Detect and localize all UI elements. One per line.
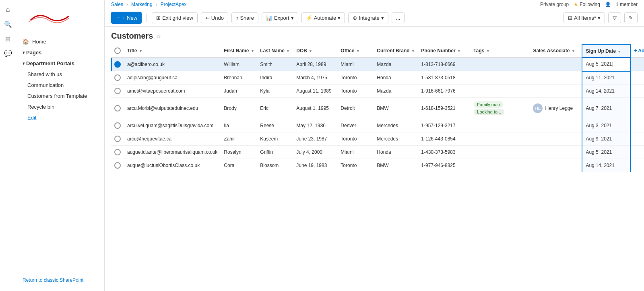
table-area[interactable]: Title ▾ First Name ▾ Last Name ▾ DOB ▾ (105, 44, 644, 291)
cell-lname[interactable]: Kaseem (257, 132, 293, 146)
sidebar-pages-group[interactable]: ▾ Pages (16, 47, 104, 58)
cell-dob[interactable]: August 11, 1989 (293, 85, 337, 98)
col-header-fname[interactable]: First Name ▾ (221, 44, 257, 58)
cell-fname[interactable]: Zahir (221, 132, 257, 146)
sidebar-item-shared[interactable]: Shared with us (16, 69, 104, 80)
cell-lname[interactable]: Smith (257, 58, 293, 71)
cell-phone[interactable]: 1-916-661-7976 (418, 85, 470, 98)
cell-phone[interactable]: 1-618-159-3521 (418, 98, 470, 119)
col-header-brand[interactable]: Current Brand ▾ (374, 44, 418, 58)
cell-title[interactable]: augue.id.ante@liberomaurisaliquam.co.uk (124, 146, 221, 159)
cell-fname[interactable]: Rosalyn (221, 146, 257, 159)
cell-title[interactable]: adipiscing@augueut.ca (124, 71, 221, 85)
sidebar-item-edit[interactable]: Edit (16, 112, 104, 123)
cell-lname[interactable]: Kyla (257, 85, 293, 98)
cell-lname[interactable]: Blossom (257, 159, 293, 172)
cell-title[interactable]: arcu@nequevitae.ca (124, 132, 221, 146)
cell-checkbox[interactable] (111, 159, 124, 172)
row-checkbox[interactable] (114, 149, 121, 155)
nav-projectapex-link[interactable]: ProjectApex (161, 2, 187, 7)
cell-office[interactable]: Toronto (337, 85, 374, 98)
col-header-tags[interactable]: Tags ▾ (470, 44, 530, 58)
cell-office[interactable]: Toronto (337, 71, 374, 85)
bookmark-icon[interactable]: ☆ (156, 33, 161, 39)
cell-dob[interactable]: June 23, 1987 (293, 132, 337, 146)
cell-brand[interactable]: Honda (374, 71, 418, 85)
search-rail-icon[interactable]: 🔍 (2, 18, 14, 31)
col-header-lname[interactable]: Last Name ▾ (257, 44, 293, 58)
cell-fname[interactable]: Brennan (221, 71, 257, 85)
cell-phone[interactable]: 1-977-946-8825 (418, 159, 470, 172)
cell-phone[interactable]: 1-126-443-0854 (418, 132, 470, 146)
filter-button[interactable]: ▽ (608, 12, 621, 23)
cell-fname[interactable]: Cora (221, 159, 257, 172)
cell-title[interactable]: arcu.Morbi@vulputateduinec.edu (124, 98, 221, 119)
cell-signup[interactable]: Aug 14, 2021 (582, 159, 630, 172)
sidebar-item-home[interactable]: 🏠 Home (16, 36, 104, 47)
export-button[interactable]: 📊 Export ▾ (262, 12, 298, 23)
new-button[interactable]: ＋ + New (111, 12, 142, 24)
cell-signup[interactable]: Aug 3, 2021 (582, 119, 630, 132)
cell-brand[interactable]: Mazda (374, 58, 418, 71)
nav-sales-link[interactable]: Sales (111, 2, 123, 7)
home-rail-icon[interactable]: ⌂ (2, 3, 14, 16)
cell-checkbox[interactable] (111, 71, 124, 85)
cell-checkbox[interactable] (111, 119, 124, 132)
cell-office[interactable]: Toronto (337, 132, 374, 146)
cell-brand[interactable]: Mercedes (374, 119, 418, 132)
cell-brand[interactable]: Honda (374, 146, 418, 159)
cell-checkbox[interactable] (111, 85, 124, 98)
cell-lname[interactable]: Eric (257, 98, 293, 119)
cell-fname[interactable]: Ila (221, 119, 257, 132)
col-header-checkbox[interactable] (111, 44, 124, 58)
row-checkbox[interactable] (114, 136, 121, 142)
row-checkbox[interactable] (114, 122, 121, 129)
cell-dob[interactable]: April 28, 1989 (293, 58, 337, 71)
cell-office[interactable]: Denver (337, 119, 374, 132)
cell-office[interactable]: Toronto (337, 159, 374, 172)
col-header-signup[interactable]: Sign Up Date ▾ (582, 44, 630, 58)
cell-brand[interactable]: Mazda (374, 85, 418, 98)
all-items-button[interactable]: ⊞ All Items* ▾ (564, 12, 605, 23)
col-header-associate[interactable]: Sales Associate ▾ (530, 44, 582, 58)
cell-office[interactable]: Detroit (337, 98, 374, 119)
cell-fname[interactable]: Brody (221, 98, 257, 119)
edit-view-button[interactable]: ✎ (624, 12, 638, 23)
cell-checkbox[interactable] (111, 98, 124, 119)
apps-rail-icon[interactable]: ⊞ (2, 32, 14, 45)
row-checkbox[interactable] (114, 88, 121, 94)
cell-phone[interactable]: 1-581-873-0518 (418, 71, 470, 85)
nav-marketing-link[interactable]: Marketing (131, 2, 153, 7)
cell-brand[interactable]: Mercedes (374, 132, 418, 146)
cell-title[interactable]: amet@vitaeposuereat.com (124, 85, 221, 98)
cell-office[interactable]: Miami (337, 58, 374, 71)
exit-grid-button[interactable]: ⊞ Exit grid view (152, 12, 198, 23)
cell-checkbox[interactable] (111, 146, 124, 159)
classic-sharepoint-link[interactable]: Return to classic SharePoint (23, 277, 83, 283)
cell-title[interactable]: augue@luctuslObortisClass.co.uk (124, 159, 221, 172)
cell-signup[interactable]: Aug 5, 2021 (582, 58, 630, 71)
tag-pill[interactable]: Family man (474, 101, 503, 108)
cell-lname[interactable]: Griffin (257, 146, 293, 159)
row-checkbox[interactable] (114, 61, 121, 68)
cell-signup[interactable]: Aug 7, 2021 (582, 98, 630, 119)
col-header-office[interactable]: Office ▾ (337, 44, 374, 58)
tag-pill[interactable]: Looking to... (474, 109, 504, 115)
cell-checkbox[interactable] (111, 132, 124, 146)
sidebar-item-customers-template[interactable]: Customers from Template (16, 91, 104, 101)
cell-signup[interactable]: Aug 14, 2021 (582, 85, 630, 98)
cell-brand[interactable]: BMW (374, 159, 418, 172)
share-button[interactable]: ↑ Share (231, 12, 258, 23)
more-button[interactable]: ... (392, 12, 405, 23)
cell-lname[interactable]: Reese (257, 119, 293, 132)
cell-dob[interactable]: March 4, 1975 (293, 71, 337, 85)
cell-dob[interactable]: August 1, 1995 (293, 98, 337, 119)
cell-phone[interactable]: 1-957-129-3217 (418, 119, 470, 132)
cell-fname[interactable]: William (221, 58, 257, 71)
cell-title[interactable]: arcu.vel.quam@sagittisDuisgravida.com (124, 119, 221, 132)
cell-phone[interactable]: 1-430-373-5983 (418, 146, 470, 159)
undo-button[interactable]: ↩ Undo (201, 12, 228, 23)
cell-dob[interactable]: June 19, 1983 (293, 159, 337, 172)
sidebar-item-communication[interactable]: Communication (16, 80, 104, 91)
col-header-dob[interactable]: DOB ▾ (293, 44, 337, 58)
